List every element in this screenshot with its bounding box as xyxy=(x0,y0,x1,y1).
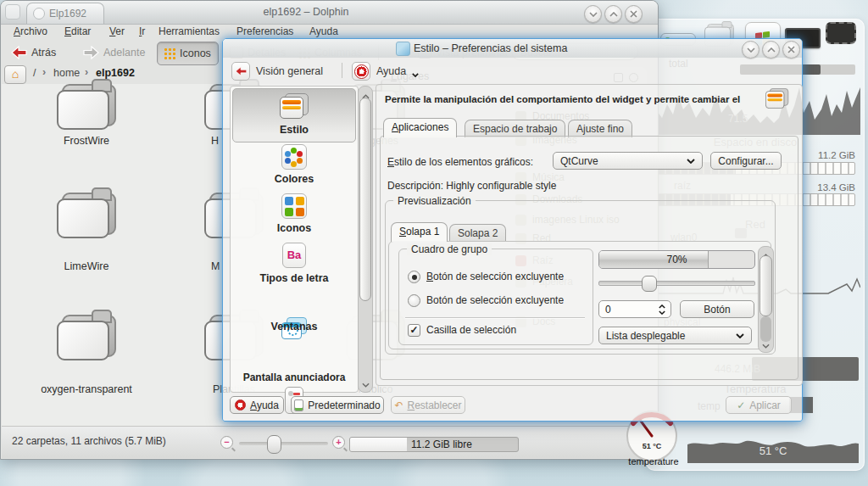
disk-value-1: 11.2 GiB xyxy=(818,150,855,160)
crumb-root[interactable]: / xyxy=(33,67,36,79)
folder-label-partial[interactable]: M xyxy=(211,260,220,272)
folder-label[interactable]: oxygen-transparent xyxy=(36,383,137,395)
tab-aplicaciones[interactable]: Aplicaciones xyxy=(383,118,457,137)
menu-herramientas[interactable]: Herramientas xyxy=(159,25,220,37)
tab-ajuste[interactable]: Ajuste fino xyxy=(568,120,632,137)
radio-unselected[interactable] xyxy=(408,294,420,307)
tab-solapa1[interactable]: Solapa 1 xyxy=(391,222,448,242)
crumb-current[interactable]: elp1692 xyxy=(96,67,135,79)
configure-button[interactable]: Configurar... xyxy=(710,152,782,170)
checkbox-label[interactable]: Casilla de selección xyxy=(426,324,516,336)
folder-icon-oxygen[interactable] xyxy=(57,315,116,360)
folder-label-partial[interactable]: H xyxy=(211,135,219,147)
disk-value-2: 13.4 GiB xyxy=(817,182,855,193)
dialog-content: Permite la manipulación del comportamien… xyxy=(376,84,803,386)
preview-combo[interactable]: Lista desplegable xyxy=(598,327,752,344)
temperature-graph: 51 °C xyxy=(687,437,859,463)
dialog-close-button[interactable] xyxy=(782,41,800,59)
module-header-text: Permite la manipulación del comportamien… xyxy=(385,94,765,104)
defaults-icon xyxy=(294,399,303,411)
back-arrow-icon xyxy=(235,66,248,76)
sidebar-item-iconos[interactable]: Iconos xyxy=(231,222,358,234)
view-mode-icons-button[interactable]: Iconos xyxy=(157,42,219,65)
folder-label[interactable]: LimeWire xyxy=(36,260,137,272)
dialog-titlebar[interactable]: Estilo – Preferencias del sistema xyxy=(223,39,802,58)
zoom-slider-handle[interactable] xyxy=(267,435,281,454)
preview-scrollbar-thumb[interactable] xyxy=(760,255,772,316)
spinbox-value: 0 xyxy=(605,304,611,316)
help-dropdown-chevron-icon xyxy=(412,73,419,77)
footer-help-button[interactable]: Ayuda xyxy=(230,396,284,414)
reset-button[interactable]: ↶ Restablecer xyxy=(391,396,465,414)
menu-ir[interactable]: Ir xyxy=(139,25,145,37)
folder-label[interactable]: FrostWire xyxy=(36,135,137,147)
defaults-button[interactable]: Predeterminado xyxy=(291,396,384,414)
scrollbar-down-icon[interactable] xyxy=(359,376,372,391)
menu-editar[interactable]: Editar xyxy=(64,25,91,37)
close-button[interactable] xyxy=(625,5,643,23)
sidebar-item-pantalla[interactable]: Pantalla anunciadora xyxy=(231,371,358,383)
widget-style-combo[interactable]: QtCurve xyxy=(553,152,703,170)
widget-style-label: Estilo de los elementos gráficos: xyxy=(387,156,533,168)
radio2-label[interactable]: Botón de selección excluyente xyxy=(426,294,564,306)
spin-up-icon[interactable] xyxy=(659,304,665,309)
menu-ayuda[interactable]: Ayuda xyxy=(309,25,338,37)
fonts-icon[interactable]: Ba xyxy=(282,243,306,268)
capacity-bar-fill xyxy=(350,438,407,451)
zoom-in-icon[interactable]: + xyxy=(332,436,345,449)
menu-ver[interactable]: Ver xyxy=(109,25,125,37)
dialog-maximize-button[interactable] xyxy=(762,41,780,59)
sidebar-item-tipos[interactable]: Tipos de letra xyxy=(231,272,358,284)
preview-progressbar: 70% xyxy=(598,250,755,269)
dolphin-titlebar[interactable]: Elp1692 elp1692 – Dolphin xyxy=(1,1,658,25)
combo-chevron-icon xyxy=(687,159,695,164)
help-button[interactable]: Ayuda xyxy=(352,62,419,81)
titlebar-tab[interactable]: Elp1692 xyxy=(26,3,104,24)
dialog-toolbar-separator xyxy=(342,63,342,78)
help-badge xyxy=(352,62,370,81)
icons-icon[interactable] xyxy=(281,193,307,219)
preview-button[interactable]: Botón xyxy=(680,300,754,318)
dialog-minimize-button[interactable] xyxy=(742,41,760,59)
dolphin-statusbar: 22 carpetas, 11 archivos (5.7 MiB) − + 1… xyxy=(2,426,657,458)
spin-down-icon[interactable] xyxy=(659,310,665,315)
dialog-scrollbar[interactable] xyxy=(358,86,373,393)
forward-button[interactable]: Adelante xyxy=(83,42,145,64)
folder-icon-limewire[interactable] xyxy=(57,193,116,238)
home-icon: ⌂ xyxy=(12,67,19,81)
colors-icon[interactable] xyxy=(281,144,307,170)
folder-icon-frostwire[interactable] xyxy=(57,84,116,130)
preview-scroll-down-icon[interactable] xyxy=(759,337,773,352)
sidebar-item-estilo[interactable]: Estilo xyxy=(231,124,358,136)
zoom-out-icon[interactable]: − xyxy=(220,436,233,449)
preview-spinbox[interactable]: 0 xyxy=(598,300,671,318)
apply-button[interactable]: ✓ Aplicar xyxy=(726,396,792,414)
help-icon xyxy=(235,399,246,411)
checkbox-checked[interactable]: ✓ xyxy=(408,324,420,337)
zoom-slider[interactable] xyxy=(239,442,328,445)
back-button[interactable]: Atrás xyxy=(11,42,56,64)
cuadro-group-label: Cuadro de grupo xyxy=(407,243,492,255)
radio-selected[interactable] xyxy=(408,271,420,283)
maximize-button[interactable] xyxy=(604,5,622,23)
sidebar-item-colores[interactable]: Colores xyxy=(231,173,358,185)
tab-icon xyxy=(33,8,45,20)
style-icon[interactable] xyxy=(280,93,309,119)
overview-button[interactable]: Visión general xyxy=(231,62,323,81)
scrollbar-thumb[interactable] xyxy=(359,98,371,301)
radio1-label[interactable]: Botón de selección excluyente xyxy=(426,271,564,282)
preview-scrollbar[interactable] xyxy=(758,246,774,353)
home-button[interactable]: ⌂ xyxy=(4,65,26,84)
preview-slider[interactable] xyxy=(598,281,755,286)
menu-archivo[interactable]: Archivo xyxy=(14,25,47,37)
slider-handle[interactable] xyxy=(642,276,657,292)
crumb-home[interactable]: home xyxy=(53,67,80,79)
tab-solapa2[interactable]: Solapa 2 xyxy=(449,224,506,242)
combo-chevron-icon xyxy=(736,333,744,338)
tab-espacio[interactable]: Espacio de trabajo xyxy=(465,120,565,137)
menu-preferencias[interactable]: Preferencias xyxy=(236,25,293,37)
description-label: Descripción: Highly configurable style xyxy=(387,180,556,192)
minimize-button[interactable] xyxy=(584,5,602,23)
system-settings-dialog: Estilo – Preferencias del sistema Visión… xyxy=(222,38,803,422)
sidebar-item-ventanas[interactable]: Ventanas xyxy=(231,321,358,332)
